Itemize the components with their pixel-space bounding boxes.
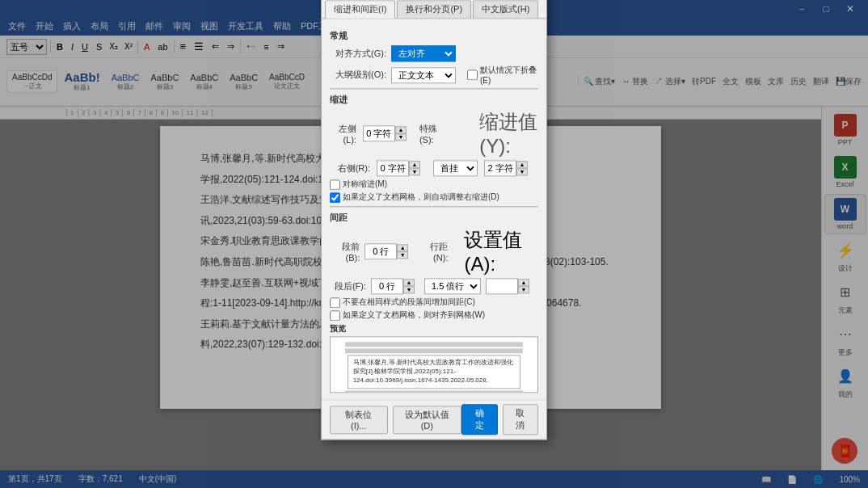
dialog-body: 常规 对齐方式(G): 左对齐 大纲级别(O): 正文文本 默认情况下折叠(E)… bbox=[322, 19, 546, 399]
paragraph-dialog: 段落 ? ✕ 缩进和间距(I) 换行和分页(P) 中文版式(H) 常规 对齐方式… bbox=[321, 0, 547, 440]
indent-val-btns: ▲ ▼ bbox=[516, 161, 528, 175]
default-checkbox-label: 默认情况下折叠(E) bbox=[480, 65, 538, 85]
grid-align-checkbox[interactable] bbox=[330, 310, 340, 321]
right-spin-btns: ▲ ▼ bbox=[409, 161, 420, 175]
before-input[interactable] bbox=[364, 243, 397, 259]
divider-indent bbox=[330, 206, 538, 207]
preview-text-block: 马博,张馨月,等.新时代高校大思政教育工作的改进和强化探究[J].榆林学院学报,… bbox=[348, 355, 521, 389]
indent-val-up[interactable]: ▲ bbox=[516, 161, 528, 168]
indent-value-input[interactable] bbox=[484, 160, 516, 176]
after-label: 段后(F): bbox=[330, 280, 366, 292]
preview-box: 马博,张馨月,等.新时代高校大思政教育工作的改进和强化探究[J].榆林学院学报,… bbox=[330, 336, 538, 393]
dialog-footer-left: 制表位(I)... 设为默认值(D) bbox=[330, 406, 461, 434]
left-input[interactable] bbox=[363, 125, 395, 141]
set-tab-button[interactable]: 制表位(I)... bbox=[330, 406, 388, 434]
mirror-row: 对称缩进(M) bbox=[330, 179, 538, 190]
set-at-down[interactable]: ▼ bbox=[518, 286, 529, 293]
dialog-tab-chinese[interactable]: 中文版式(H) bbox=[473, 0, 538, 18]
line-spacing-select[interactable]: 1.5 倍行距 单倍行距 2倍行距 最小值 固定值 多倍行距 bbox=[424, 278, 481, 294]
indent-value-label: 缩进值(Y): bbox=[479, 109, 538, 158]
before-down[interactable]: ▼ bbox=[397, 251, 408, 259]
indent-row-2: 右侧(R): ▲ ▼ 首挂 无 首行缩进 悬挂 ▲ ▼ bbox=[330, 160, 538, 176]
left-spin-btns: ▲ ▼ bbox=[395, 126, 407, 141]
right-spin-down[interactable]: ▼ bbox=[409, 168, 420, 175]
cancel-button[interactable]: 取消 bbox=[503, 404, 538, 435]
alignment-row: 对齐方式(G): 左对齐 bbox=[330, 45, 538, 61]
indent-val-down[interactable]: ▼ bbox=[516, 168, 528, 175]
line-spacing-label: 行距(N): bbox=[418, 241, 448, 263]
default-checkbox[interactable] bbox=[467, 69, 478, 80]
alignment-label: 对齐方式(G): bbox=[330, 48, 386, 60]
auto-adjust-checkbox[interactable] bbox=[330, 192, 340, 203]
indent-value-spin: ▲ ▼ bbox=[484, 160, 528, 176]
preview-line-3 bbox=[345, 390, 523, 393]
ok-button[interactable]: 确定 bbox=[461, 404, 497, 435]
right-spin: ▲ ▼ bbox=[377, 160, 420, 176]
left-spin-down[interactable]: ▼ bbox=[395, 133, 407, 141]
set-at-spin: ▲ ▼ bbox=[486, 278, 529, 294]
before-up[interactable]: ▲ bbox=[397, 244, 408, 251]
set-at-btns: ▲ ▼ bbox=[518, 279, 529, 293]
spacing-row-1: 段前(B): ▲ ▼ 行距(N): 设置值(A): bbox=[330, 227, 538, 276]
grid-align-label: 如果定义了文档网格，则对齐到网格(W) bbox=[330, 309, 485, 321]
before-spin-btns: ▲ ▼ bbox=[397, 244, 408, 259]
grid-align-row: 如果定义了文档网格，则对齐到网格(W) bbox=[330, 309, 538, 321]
preview-section-title: 预览 bbox=[330, 323, 538, 334]
preview-main-text: 马博,张馨月,等.新时代高校大思政教育工作的改进和强化探究[J].榆林学院学报,… bbox=[353, 359, 514, 375]
special-select[interactable]: 首挂 无 首行缩进 悬挂 bbox=[433, 160, 478, 176]
general-section-title: 常规 bbox=[330, 30, 538, 42]
outline-label: 大纲级别(O): bbox=[330, 69, 386, 81]
set-at-label: 设置值(A): bbox=[464, 227, 538, 276]
before-spin: ▲ ▼ bbox=[364, 243, 408, 259]
dialog-tabs: 缩进和间距(I) 换行和分页(P) 中文版式(H) bbox=[322, 0, 546, 19]
right-input[interactable] bbox=[377, 160, 409, 176]
dialog-tab-linebreak[interactable]: 换行和分页(P) bbox=[397, 0, 471, 18]
mirror-checkbox[interactable] bbox=[330, 179, 340, 190]
before-label: 段前(B): bbox=[330, 241, 360, 263]
mirror-checkbox-label: 对称缩进(M) bbox=[343, 179, 387, 190]
spacing-section-title: 间距 bbox=[330, 212, 538, 224]
auto-adjust-label: 如果定义了文档网格，则自动调整右缩进(D) bbox=[330, 191, 499, 203]
auto-adjust-row: 如果定义了文档网格，则自动调整右缩进(D) bbox=[330, 191, 538, 203]
set-at-up[interactable]: ▲ bbox=[518, 279, 529, 286]
set-at-input[interactable] bbox=[486, 278, 518, 294]
no-space-checkbox[interactable] bbox=[330, 297, 340, 308]
reset-button[interactable]: 设为默认值(D) bbox=[393, 406, 462, 434]
auto-adjust-checkbox-label: 如果定义了文档网格，则自动调整右缩进(D) bbox=[343, 191, 499, 203]
grid-align-checkbox-label: 如果定义了文档网格，则对齐到网格(W) bbox=[343, 309, 485, 321]
indent-row-1: 左侧(L): ▲ ▼ 特殊(S): 缩进值(Y): bbox=[330, 109, 538, 158]
dialog-tab-indent[interactable]: 缩进和间距(I) bbox=[325, 0, 395, 19]
no-space-checkbox-label: 不要在相同样式的段落间增加间距(C) bbox=[343, 297, 475, 308]
outline-select[interactable]: 正文文本 bbox=[391, 67, 456, 83]
special-label: 特殊(S): bbox=[419, 123, 440, 145]
dialog-footer: 制表位(I)... 设为默认值(D) 确定 取消 bbox=[322, 399, 546, 439]
left-spin-up[interactable]: ▲ bbox=[395, 126, 407, 133]
no-space-row: 不要在相同样式的段落间增加间距(C) bbox=[330, 297, 538, 308]
mirror-label: 对称缩进(M) bbox=[330, 179, 387, 190]
preview-line-1 bbox=[345, 342, 523, 347]
no-space-label: 不要在相同样式的段落间增加间距(C) bbox=[330, 297, 475, 308]
left-label: 左侧(L): bbox=[330, 123, 356, 145]
right-label: 右侧(R): bbox=[330, 162, 370, 175]
preview-line-2 bbox=[345, 348, 523, 353]
divider-general bbox=[330, 88, 538, 89]
after-input[interactable] bbox=[371, 278, 403, 294]
after-spin: ▲ ▼ bbox=[371, 278, 415, 294]
default-checkbox-wrapper: 默认情况下折叠(E) bbox=[467, 65, 538, 85]
dialog-footer-right: 确定 取消 bbox=[461, 404, 538, 435]
right-spin-up[interactable]: ▲ bbox=[409, 161, 420, 168]
after-up[interactable]: ▲ bbox=[403, 279, 415, 286]
spacing-row-2: 段后(F): ▲ ▼ 1.5 倍行距 单倍行距 2倍行距 最小值 固定值 多倍行… bbox=[330, 278, 538, 294]
after-down[interactable]: ▼ bbox=[403, 286, 415, 293]
alignment-select[interactable]: 左对齐 bbox=[391, 45, 456, 61]
preview-main-text2: 124.doi:10.3969/j.issn.1674-1439.2022.05… bbox=[353, 377, 488, 385]
after-spin-btns: ▲ ▼ bbox=[403, 279, 415, 293]
indent-section-title: 缩进 bbox=[330, 94, 538, 106]
left-spin: ▲ ▼ bbox=[363, 125, 407, 141]
outline-row: 大纲级别(O): 正文文本 默认情况下折叠(E) bbox=[330, 65, 538, 85]
